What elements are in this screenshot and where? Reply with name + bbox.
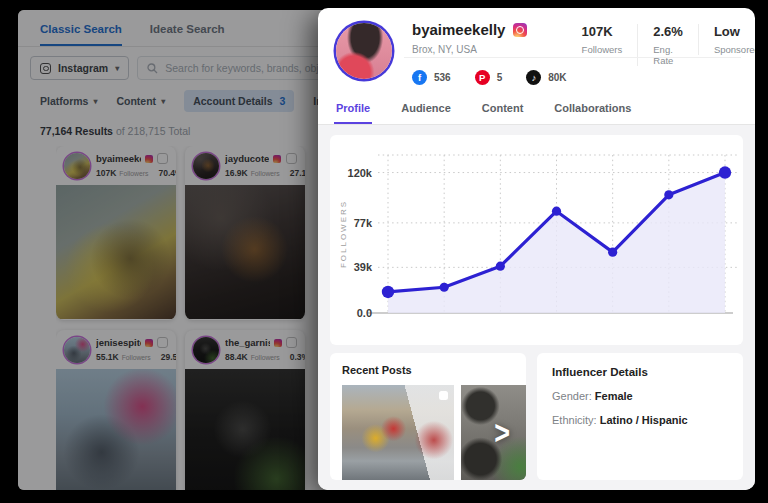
tiktok-count: 80K (548, 72, 566, 83)
detail-label: Ethnicity: (552, 414, 597, 426)
tab-content[interactable]: Content (480, 97, 526, 124)
tiktok-icon: ♪ (526, 70, 541, 85)
detail-value: Female (595, 390, 633, 402)
svg-text:120k: 120k (348, 167, 373, 179)
influencer-details-card: Influencer Details Gender: Female Ethnic… (537, 353, 743, 480)
tab-profile[interactable]: Profile (334, 97, 372, 124)
profile-stats: 107K Followers 2.6% Eng. Rate Low Sponso… (567, 21, 755, 66)
recent-posts-card: Recent Posts > (330, 353, 526, 480)
profile-avatar (336, 23, 392, 79)
stat-followers: 107K Followers (567, 24, 638, 55)
followers-line-chart: 0.039k77k120kFOLLOWERS (330, 142, 743, 338)
recent-posts-title: Recent Posts (342, 364, 526, 376)
pinterest-icon: P (475, 70, 490, 85)
profile-name: byaimeekelly (412, 21, 505, 38)
profile-header: byaimeekelly Brox, NY, USA f 536 P 5 (318, 8, 755, 95)
profile-tabs: Profile Audience Content Collaborations (318, 95, 755, 125)
tiktok-chip[interactable]: ♪ 80K (526, 70, 566, 85)
carousel-icon (439, 391, 448, 400)
svg-text:0.0: 0.0 (357, 307, 372, 319)
stat-value: Low (714, 24, 755, 39)
profile-body: 0.039k77k120kFOLLOWERS Recent Posts > In… (318, 125, 755, 490)
stat-value: 107K (582, 24, 623, 39)
stat-label: Sponsored (714, 44, 755, 55)
recent-posts-strip: > (342, 385, 526, 480)
detail-label: Gender: (552, 390, 592, 402)
pinterest-count: 5 (497, 72, 503, 83)
stat-label: Followers (582, 44, 623, 55)
profile-location: Brox, NY, USA (412, 44, 567, 55)
followers-chart-card: 0.039k77k120kFOLLOWERS (330, 135, 743, 345)
facebook-icon: f (412, 70, 427, 85)
stat-value: 2.6% (653, 24, 683, 39)
svg-text:77k: 77k (354, 217, 373, 229)
instagram-icon (513, 23, 527, 37)
social-accounts: f 536 P 5 ♪ 80K (412, 70, 567, 85)
next-posts-chevron-icon[interactable]: > (494, 416, 510, 450)
influencer-details-title: Influencer Details (552, 366, 728, 378)
detail-value: Latino / Hispanic (600, 414, 688, 426)
facebook-count: 536 (434, 72, 451, 83)
header-divider (404, 57, 741, 58)
tab-audience[interactable]: Audience (399, 97, 453, 124)
pinterest-chip[interactable]: P 5 (475, 70, 503, 85)
stat-label: Eng. Rate (653, 44, 683, 66)
recent-post-photo[interactable] (342, 385, 454, 480)
stat-eng-rate: 2.6% Eng. Rate (637, 24, 698, 66)
bottom-row: Recent Posts > Influencer Details Gender… (330, 353, 743, 480)
screenshot-stage: Classic Search Ideate Search Instagram ▾… (0, 0, 768, 503)
tab-collaborations[interactable]: Collaborations (552, 97, 633, 124)
profile-identity: byaimeekelly Brox, NY, USA f 536 P 5 (412, 21, 567, 85)
influencer-profile-modal: byaimeekelly Brox, NY, USA f 536 P 5 (318, 8, 755, 490)
facebook-chip[interactable]: f 536 (412, 70, 451, 85)
detail-row-ethnicity: Ethnicity: Latino / Hispanic (552, 414, 728, 426)
detail-row-gender: Gender: Female (552, 390, 728, 402)
stat-sponsored: Low Sponsored (698, 24, 755, 55)
svg-text:FOLLOWERS: FOLLOWERS (339, 200, 348, 268)
svg-text:39k: 39k (354, 261, 373, 273)
